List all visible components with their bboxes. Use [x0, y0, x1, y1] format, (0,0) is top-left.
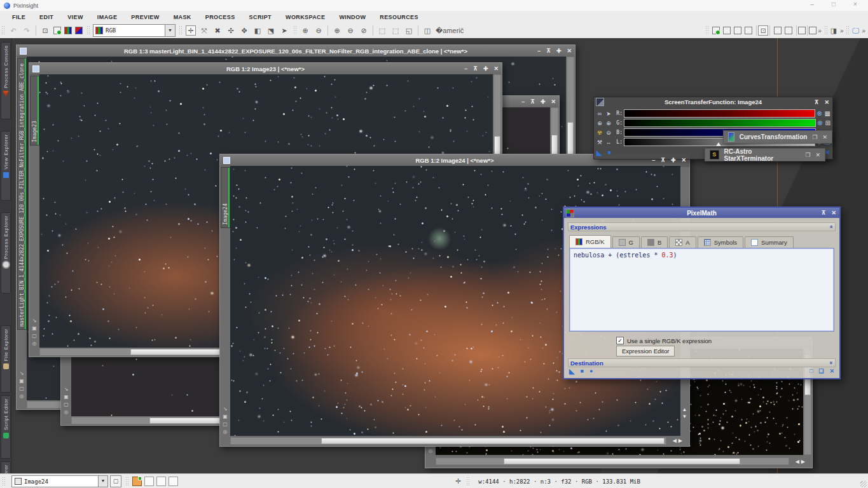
- view-mode-button[interactable]: ▢: [110, 475, 121, 487]
- zoom-optimal-icon[interactable]: ⊘: [359, 25, 369, 36]
- duplicate-icon[interactable]: ▢: [18, 386, 25, 391]
- color-spaces-icon[interactable]: [64, 27, 72, 34]
- pin-icon[interactable]: [556, 45, 561, 57]
- edit-preview-icon[interactable]: ⬚: [390, 25, 401, 36]
- workspace-square-4[interactable]: [169, 477, 178, 486]
- window-corner-tools[interactable]: ↘▣▢◎: [31, 318, 38, 346]
- app-close-button[interactable]: ×: [846, 1, 864, 8]
- menu-mask[interactable]: MASK: [167, 14, 198, 20]
- close-icon[interactable]: [815, 152, 820, 158]
- expression-editor-area[interactable]: nebulosa + (estreles * 0.3): [569, 248, 834, 332]
- window-masterlight-titlebar[interactable]: RGB 1:3 masterLight_BIN_1_4144x2822_EXPO…: [17, 45, 575, 57]
- zoom-box-icon[interactable]: ▣: [221, 414, 229, 419]
- window-corner-tools[interactable]: ↘▣▢◎: [62, 386, 70, 415]
- zoom-icon[interactable]: ⊕: [605, 120, 612, 126]
- tab-summary[interactable]: Summary: [745, 236, 794, 248]
- statusbar-drag-handle[interactable]: [2, 477, 5, 487]
- select-tool-icon[interactable]: ➤: [279, 25, 289, 36]
- image24-hscrollbar[interactable]: [230, 437, 666, 445]
- pin-icon[interactable]: [483, 63, 488, 74]
- reset-red-icon[interactable]: ⊗: [816, 110, 822, 117]
- apply-global-icon[interactable]: ●: [589, 368, 593, 374]
- menu-script[interactable]: SCRIPT: [242, 14, 279, 20]
- close-icon[interactable]: [493, 63, 499, 74]
- starx-collapsed-window[interactable]: S RC-Astro StarXTerminator: [705, 148, 825, 161]
- center-image-icon[interactable]: ✣: [226, 25, 236, 36]
- display-channel-select[interactable]: RGB ▼: [93, 24, 176, 37]
- image24-side-tab[interactable]: Image24: [221, 167, 230, 228]
- duplicate-icon[interactable]: ▢: [62, 402, 70, 407]
- edit-mode-icon[interactable]: ⚒: [596, 139, 603, 146]
- image23-side-tab[interactable]: Image23: [30, 76, 39, 146]
- hscroll-arrows-icon[interactable]: ◀▶: [673, 438, 684, 444]
- reset-icon[interactable]: ✕: [829, 368, 834, 374]
- expand-section-icon[interactable]: »: [827, 361, 834, 364]
- restore-icon[interactable]: [812, 134, 817, 140]
- toolbar-overflow-icon[interactable]: »: [818, 27, 822, 34]
- new-preview-icon[interactable]: ⬚: [377, 25, 387, 36]
- new-instance-icon[interactable]: ◣: [569, 367, 574, 376]
- close-icon[interactable]: [831, 210, 836, 216]
- window-corner-tools[interactable]: ↘▣▢◎: [18, 370, 25, 399]
- apply-icon[interactable]: ■: [580, 368, 583, 374]
- pointer-mode-icon[interactable]: ✛: [455, 477, 461, 485]
- menu-process[interactable]: PROCESS: [198, 14, 242, 20]
- zoom-box-icon[interactable]: ▣: [62, 394, 70, 400]
- toolbar-overflow-icon[interactable]: »: [840, 27, 844, 34]
- shade-icon[interactable]: [822, 210, 826, 216]
- menu-window[interactable]: WINDOW: [332, 14, 373, 20]
- stf-green-slider[interactable]: [624, 119, 816, 127]
- toolbar-drag-handle[interactable]: [705, 25, 708, 36]
- active-view-select[interactable]: Image24 ▼: [11, 475, 108, 487]
- reset-view-icon[interactable]: [809, 27, 816, 34]
- menu-image[interactable]: IMAGE: [90, 14, 125, 20]
- explorer-zoom-icon[interactable]: ⊡: [758, 25, 768, 36]
- preview-mode-icon[interactable]: ⬔: [266, 25, 276, 36]
- resize-grip[interactable]: [860, 481, 867, 487]
- collapse-section-icon[interactable]: »: [827, 225, 834, 228]
- edit-stf-icon[interactable]: ➤: [605, 111, 612, 117]
- undo-icon[interactable]: ↶: [8, 25, 18, 36]
- fetch-down-icon[interactable]: [774, 27, 782, 34]
- toolbar-drag-handle[interactable]: [86, 25, 90, 36]
- stars-hscrollbar[interactable]: [436, 458, 789, 465]
- close-icon[interactable]: [681, 154, 686, 166]
- pan-mode-icon[interactable]: ↔: [605, 139, 612, 146]
- fit-view-icon[interactable]: ✥: [239, 25, 249, 36]
- shade-icon[interactable]: [546, 45, 551, 57]
- new-instance-icon[interactable]: ◣: [596, 149, 602, 157]
- readout-mode-icon[interactable]: ◧: [252, 25, 263, 36]
- screen-icon[interactable]: 🖵: [850, 25, 860, 36]
- zoom-box-icon[interactable]: ▣: [18, 378, 25, 384]
- histogram-grid-icon[interactable]: ▦: [825, 110, 830, 117]
- new-image-icon[interactable]: [53, 27, 61, 34]
- identifier-icon[interactable]: ⊡: [40, 25, 50, 36]
- redo-history-icon[interactable]: [745, 27, 752, 34]
- stf-titlebar[interactable]: ScreenTransferFunction: Image24: [594, 97, 832, 107]
- close-icon[interactable]: [551, 96, 556, 107]
- delete-preview-icon[interactable]: ◱: [404, 25, 414, 36]
- close-icon[interactable]: [824, 97, 829, 108]
- zoom-11-icon[interactable]: ⊕: [332, 25, 342, 36]
- pixelmath-titlebar[interactable]: PixelMath: [564, 208, 839, 218]
- target-icon[interactable]: ◎: [31, 341, 38, 346]
- redo-icon[interactable]: ↷: [22, 25, 32, 36]
- contract-tool-icon[interactable]: ✖: [212, 25, 223, 36]
- zoom-in-icon[interactable]: ⊕: [300, 25, 310, 36]
- checkbox-checked-icon[interactable]: ✓: [616, 337, 624, 344]
- window-corner-tools[interactable]: ↘▣▢◎: [221, 406, 229, 435]
- zoom-to-fit-icon[interactable]: �američ: [436, 25, 446, 36]
- target-icon[interactable]: ◎: [221, 429, 229, 435]
- sidebar-item-process-explorer[interactable]: Process Explorer: [1, 212, 11, 294]
- tab-rgbk[interactable]: RGB/K: [569, 235, 611, 248]
- masterlight-side-tab[interactable]: masterLight_BIN_1_4144x2822_EXPOSURE_120…: [17, 58, 27, 330]
- close-icon[interactable]: [567, 45, 572, 57]
- menu-preview[interactable]: PREVIEW: [124, 14, 166, 20]
- undo-history-icon[interactable]: [734, 27, 741, 34]
- tab-a[interactable]: A: [669, 236, 696, 248]
- fit-window-icon[interactable]: ◫: [422, 25, 432, 36]
- menu-file[interactable]: FILE: [5, 14, 32, 20]
- duplicate-icon[interactable]: ▢: [31, 333, 38, 339]
- reset-icon[interactable]: ✕: [825, 149, 830, 156]
- toolbar-drag-handle[interactable]: [1, 25, 4, 36]
